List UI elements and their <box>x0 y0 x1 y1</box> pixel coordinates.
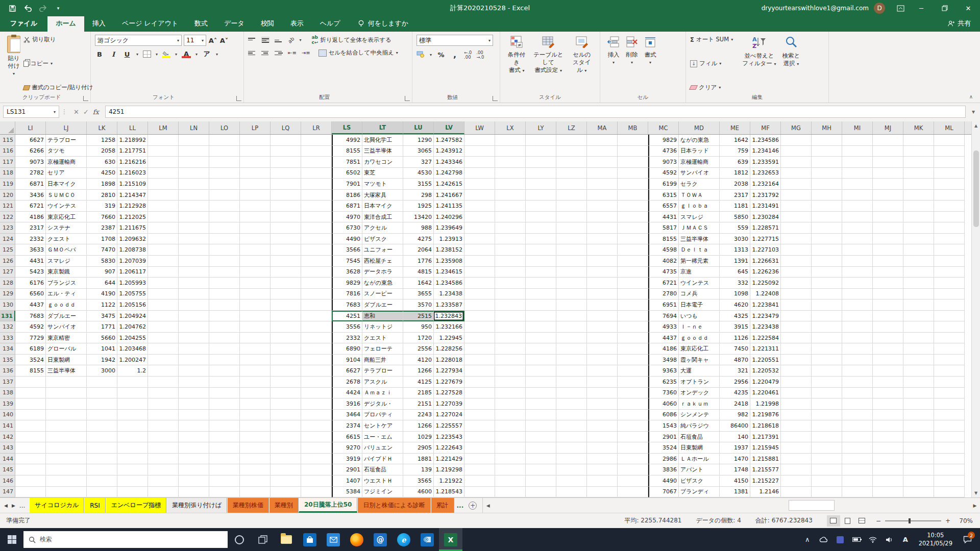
grid-cell-LR138[interactable] <box>301 388 332 399</box>
grid-cell-LP138[interactable] <box>240 388 271 399</box>
grid-cell-ME139[interactable]: 2418 <box>720 398 750 410</box>
underline-dropdown-icon[interactable]: ▾ <box>136 52 138 57</box>
close-button[interactable]: ✕ <box>957 0 980 16</box>
grid-cell-LP143[interactable] <box>240 442 271 454</box>
grid-cell-MJ135[interactable] <box>873 355 903 366</box>
grid-cell-MI117[interactable] <box>842 157 873 168</box>
grid-cell-MA128[interactable] <box>587 278 618 289</box>
font-color-dropdown-icon[interactable]: ▾ <box>195 52 198 57</box>
grid-cell-LU126[interactable]: 1776 <box>403 256 434 267</box>
grid-cell-LZ140[interactable] <box>556 410 587 421</box>
grid-cell-LL134[interactable]: 1.203468 <box>117 343 148 355</box>
grid-cell-ME137[interactable]: 2956 <box>720 377 750 388</box>
grid-cell-LP139[interactable] <box>240 398 271 410</box>
grid-cell-ML142[interactable] <box>934 432 965 443</box>
grid-cell-LS116[interactable]: 8155 <box>332 146 362 157</box>
grid-cell-LW124[interactable] <box>464 234 495 245</box>
grid-cell-ML122[interactable] <box>934 212 965 223</box>
grid-cell-LU144[interactable]: 1881 <box>403 454 434 465</box>
grid-cell-LN118[interactable] <box>179 168 209 179</box>
grid-cell-LI121[interactable]: 6721 <box>15 201 46 212</box>
grid-cell-MB122[interactable] <box>618 212 648 223</box>
grid-cell-LT134[interactable]: フェローテ <box>362 343 403 355</box>
grid-cell-LY131[interactable] <box>526 311 556 322</box>
grid-cell-MC124[interactable]: 8155 <box>648 234 679 245</box>
column-header-LQ[interactable]: LQ <box>271 121 301 134</box>
grid-cell-LI117[interactable]: 9073 <box>15 157 46 168</box>
grid-cell-MH136[interactable] <box>812 365 842 377</box>
grid-cell-MB116[interactable] <box>618 146 648 157</box>
row-header-140[interactable]: 140 <box>0 410 15 421</box>
grid-cell-LX127[interactable] <box>495 267 526 278</box>
grid-cell-LZ121[interactable] <box>556 201 587 212</box>
grid-cell-MF131[interactable]: 1.223479 <box>750 311 781 322</box>
grid-cell-MJ133[interactable] <box>873 333 903 344</box>
grid-cell-ME126[interactable]: 1391 <box>720 256 750 267</box>
grid-cell-MH143[interactable] <box>812 442 842 454</box>
grid-cell-MI137[interactable] <box>842 377 873 388</box>
normal-view-button[interactable] <box>827 515 840 527</box>
grid-cell-MG147[interactable] <box>781 487 812 498</box>
grid-cell-LP140[interactable] <box>240 410 271 421</box>
grid-cell-LR129[interactable] <box>301 289 332 300</box>
grid-cell-MC144[interactable]: 2986 <box>648 454 679 465</box>
grid-cell-MC125[interactable]: 4598 <box>648 244 679 256</box>
hidden-icons-chevron-icon[interactable]: ∧ <box>800 528 815 551</box>
vertical-scroll-thumb[interactable] <box>973 151 979 227</box>
grid-cell-LU123[interactable]: 988 <box>403 222 434 234</box>
grid-cell-MJ122[interactable] <box>873 212 903 223</box>
grid-cell-LQ122[interactable] <box>271 212 301 223</box>
grid-cell-LO139[interactable] <box>209 398 240 410</box>
fill-color-icon[interactable] <box>162 51 170 58</box>
grid-cell-LW135[interactable] <box>464 355 495 366</box>
grid-cell-LY144[interactable] <box>526 454 556 465</box>
grid-cell-LW130[interactable] <box>464 299 495 311</box>
grid-cell-MH145[interactable] <box>812 464 842 475</box>
ribbon-tab-8[interactable]: ヘルプ <box>312 16 349 32</box>
grid-cell-LW126[interactable] <box>464 256 495 267</box>
grid-cell-LU128[interactable]: 1642 <box>403 278 434 289</box>
taskbar-clock[interactable]: 10:05 2021/05/29 <box>915 532 957 547</box>
grid-cell-ME146[interactable]: 4150 <box>720 475 750 487</box>
grid-cell-MA142[interactable] <box>587 432 618 443</box>
grid-cell-ME138[interactable]: 4235 <box>720 388 750 399</box>
grid-cell-MF142[interactable]: 1.217391 <box>750 432 781 443</box>
grid-cell-LJ130[interactable]: ｇｏｏｄｄ <box>46 299 87 311</box>
grid-cell-MK133[interactable] <box>903 333 934 344</box>
grid-cell-LL136[interactable]: 1.2 <box>117 365 148 377</box>
grid-cell-LN130[interactable] <box>179 299 209 311</box>
grid-cell-LL115[interactable]: 1.218992 <box>117 135 148 146</box>
grid-cell-LR118[interactable] <box>301 168 332 179</box>
grid-cell-LX133[interactable] <box>495 333 526 344</box>
grid-cell-LN128[interactable] <box>179 278 209 289</box>
grid-cell-LJ137[interactable] <box>46 377 87 388</box>
grid-cell-MI116[interactable] <box>842 146 873 157</box>
grid-cell-LT137[interactable]: アスクル <box>362 377 403 388</box>
grid-cell-LW143[interactable] <box>464 442 495 454</box>
grid-cell-MI130[interactable] <box>842 299 873 311</box>
row-header-118[interactable]: 118 <box>0 168 15 179</box>
grid-cell-LS138[interactable]: 4424 <box>332 388 362 399</box>
grid-cell-ME122[interactable]: 5850 <box>720 212 750 223</box>
grid-cell-MB131[interactable] <box>618 311 648 322</box>
grid-cell-LZ132[interactable] <box>556 321 587 333</box>
grid-cell-MC118[interactable]: 4592 <box>648 168 679 179</box>
horizontal-scroll-thumb[interactable] <box>789 500 835 511</box>
grid-cell-MK126[interactable] <box>903 256 934 267</box>
grid-cell-MC122[interactable]: 4431 <box>648 212 679 223</box>
grid-cell-MK132[interactable] <box>903 321 934 333</box>
grid-cell-LT141[interactable]: セントケア <box>362 420 403 432</box>
grid-cell-LT117[interactable]: カワセコン <box>362 157 403 168</box>
grid-cell-LX146[interactable] <box>495 475 526 487</box>
grid-cell-LL138[interactable] <box>117 388 148 399</box>
grid-cell-LI134[interactable]: 6189 <box>15 343 46 355</box>
grid-cell-LU133[interactable]: 1720 <box>403 333 434 344</box>
grid-cell-LR117[interactable] <box>301 157 332 168</box>
align-right-icon[interactable] <box>275 50 283 56</box>
column-header-MI[interactable]: MI <box>842 121 873 134</box>
grid-cell-LQ147[interactable] <box>271 487 301 498</box>
format-painter-button[interactable]: 書式のコピー/貼り付け <box>23 84 93 91</box>
grid-cell-MA121[interactable] <box>587 201 618 212</box>
grid-cell-LU129[interactable]: 3655 <box>403 289 434 300</box>
grid-cell-LK138[interactable] <box>87 388 117 399</box>
